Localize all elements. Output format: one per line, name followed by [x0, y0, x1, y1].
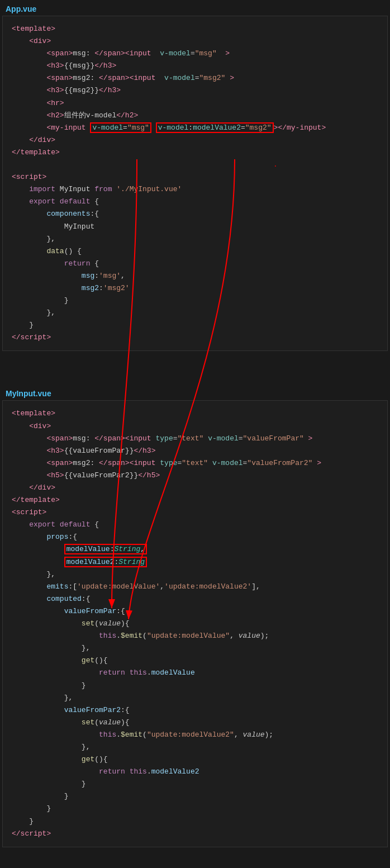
page-wrapper: App.vue <template> <div> <span>msg: </sp…: [0, 0, 390, 847]
myinput-vue-code: <template> <div> <span>msg: </span><inpu…: [2, 400, 388, 847]
myinput-vue-section: MyInput.vue <template> <div> <span>msg: …: [0, 385, 390, 847]
app-vue-title: App.vue: [0, 0, 390, 16]
myinput-vue-title: MyInput.vue: [0, 385, 390, 400]
gap-section: [0, 351, 390, 385]
app-vue-code: <template> <div> <span>msg: </span><inpu…: [2, 16, 388, 351]
app-vue-section: App.vue <template> <div> <span>msg: </sp…: [0, 0, 390, 351]
